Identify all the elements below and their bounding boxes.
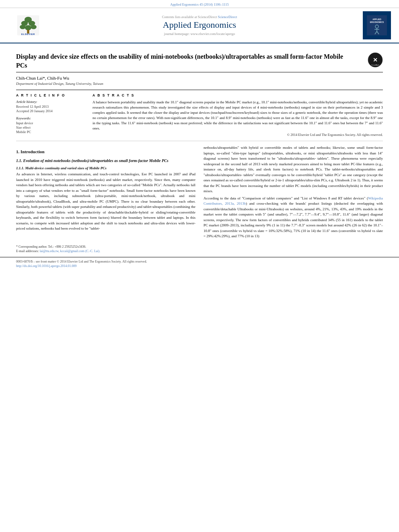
received-date: Received 12 April 2013 <box>16 105 84 109</box>
affiliation: Department of Industrial Design, Tatung … <box>16 82 383 86</box>
svg-point-5 <box>31 25 37 29</box>
corresponding-author-note: * Corresponding author. Tel.: +886 2 259… <box>16 245 383 249</box>
sciencedirect-link[interactable]: ScienceDirect <box>218 15 237 19</box>
journal-homepage: journal homepage: www.elsevier.com/locat… <box>48 32 351 36</box>
article-info-abstract-section: A R T I C L E I N F O Article history: R… <box>16 90 383 137</box>
section1-1-1-heading: 1.1.1. Multi-device continuity and varie… <box>16 166 195 171</box>
section1-title: Introduction <box>21 149 45 154</box>
wikipedia-link[interactable]: Wikipedia Contributors, 2013a, 2013b <box>204 196 383 206</box>
article-info-header: A R T I C L E I N F O <box>16 93 84 97</box>
body-col-right: netbooks/ultraportables" with hybrid or … <box>204 145 383 241</box>
section1-1-heading: 1.1. Evolution of mini-notebooks (netboo… <box>16 158 195 164</box>
section1-num: 1. <box>16 149 19 154</box>
section1-1-title: Evolution of mini-notebooks (netbooks)/u… <box>23 158 169 163</box>
journal-reference: Applied Ergonomics 45 (2014) 1106–1115 <box>170 2 228 6</box>
svg-text:✕: ✕ <box>373 57 378 63</box>
article-info-column: A R T I C L E I N F O Article history: R… <box>16 93 84 137</box>
homepage-label: journal homepage: www.elsevier.com/locat… <box>164 32 235 36</box>
doi-link[interactable]: http://dx.doi.org/10.1016/j.apergo.2014.… <box>16 264 383 268</box>
authors: Chih-Chun Lai*, Chih-Fu Wu <box>16 76 383 80</box>
body-col2-para2: According to the data of "Comparison of … <box>204 196 383 239</box>
section1-heading: 1. Introduction <box>16 148 195 155</box>
content-divider <box>16 141 383 141</box>
svg-text:ELSEVIER: ELSEVIER <box>21 33 35 35</box>
svg-point-6 <box>25 25 31 31</box>
page: Applied Ergonomics 45 (2014) 1106–1115 E… <box>0 0 399 532</box>
body-col2-para1: netbooks/ultraportables" with hybrid or … <box>204 145 383 194</box>
accepted-date: Accepted 20 January 2014 <box>16 109 84 113</box>
keyword-2: Size effect <box>16 125 84 129</box>
journal-title-section: Contents lists available at ScienceDirec… <box>48 15 351 36</box>
elsevier-tree-icon: ELSEVIER <box>16 15 40 35</box>
body-col1-para1: As advances in Internet, wireless commun… <box>16 172 195 232</box>
svg-point-4 <box>20 25 26 29</box>
section1-1-1-title: Multi-device continuity and varied sizes… <box>25 166 107 170</box>
main-content: Display and device size effects on the u… <box>0 43 399 245</box>
body-content: 1. Introduction 1.1. Evolution of mini-n… <box>16 145 383 241</box>
footnote-section: * Corresponding author. Tel.: +886 2 259… <box>0 245 399 257</box>
author-names: Chih-Chun Lai*, Chih-Fu Wu <box>16 76 69 80</box>
journal-header: ELSEVIER Contents lists available at Sci… <box>0 8 399 43</box>
applied-ergonomics-logo-icon: APPLIED ERGONOMICS <box>367 15 387 35</box>
journal-logo-section: APPLIED ERGONOMICS <box>351 11 391 39</box>
svg-text:CrossMark: CrossMark <box>371 64 379 66</box>
abstract-column: A B S T R A C T S A balance between port… <box>93 93 383 137</box>
crossmark-badge: ✕ CrossMark <box>368 52 383 68</box>
journal-logo-box: APPLIED ERGONOMICS <box>363 11 391 39</box>
keyword-3: Mobile PC <box>16 130 84 134</box>
footer: 0003-6870/$ – see front matter © 2014 El… <box>0 257 399 269</box>
email-addresses[interactable]: lai@ttu.edu.tw, kccaii@gmail.com (C.-C. … <box>40 249 101 253</box>
journal-reference-bar: Applied Ergonomics 45 (2014) 1106–1115 <box>0 0 399 8</box>
issn-note: 0003-6870/$ – see front matter © 2014 El… <box>16 260 383 263</box>
history-label: Article history: <box>16 100 84 104</box>
elsevier-logo-section: ELSEVIER <box>8 15 48 35</box>
section1-1-num: 1.1. <box>16 158 22 163</box>
article-title: Display and device size effects on the u… <box>16 52 346 70</box>
copyright-line: © 2014 Elsevier Ltd and The Ergonomics S… <box>93 133 383 137</box>
section1-1-1-num: 1.1.1. <box>16 166 24 170</box>
svg-text:ERGONOMICS: ERGONOMICS <box>370 21 384 23</box>
article-title-section: Display and device size effects on the u… <box>16 48 383 72</box>
email-note: E-mail addresses: lai@ttu.edu.tw, kccaii… <box>16 249 383 253</box>
keywords-label: Keywords: <box>16 116 84 120</box>
abstract-header: A B S T R A C T S <box>93 93 383 97</box>
article-history: Article history: Received 12 April 2013 … <box>16 100 84 113</box>
elsevier-logo: ELSEVIER <box>8 15 48 35</box>
keyword-1: Input device <box>16 121 84 125</box>
body-col-left: 1. Introduction 1.1. Evolution of mini-n… <box>16 145 195 241</box>
sciencedirect-info: Contents lists available at ScienceDirec… <box>48 15 351 19</box>
keywords-section: Keywords: Input device Size effect Mobil… <box>16 116 84 134</box>
abstract-text: A balance between portability and usabil… <box>93 100 383 131</box>
svg-text:APPLIED: APPLIED <box>372 18 381 21</box>
crossmark-icon: ✕ CrossMark <box>368 52 383 68</box>
journal-name: Applied Ergonomics <box>48 20 351 30</box>
email-label: E-mail addresses: <box>16 249 39 253</box>
contents-available-label: Contents lists available at ScienceDirec… <box>162 15 217 19</box>
